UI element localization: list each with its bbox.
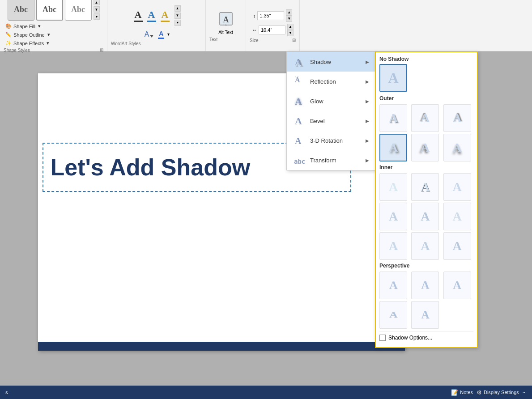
shape-styles-expand-icon[interactable]: ⊞ [100,47,103,52]
inner-shadow-9[interactable]: A [443,232,471,260]
shape-styles-header: Shape Styles ⊞ [4,47,103,53]
text-dropdown-arrow[interactable]: ▾ [167,32,170,37]
shape-outline-button[interactable]: ✏️ Shape Outline ▾ [4,31,103,38]
outer-shadow-1[interactable]: A [379,104,407,132]
wordart-scroll-down[interactable]: ▼ [174,13,181,19]
glow-label: Glow [310,98,323,105]
text-fill-dropdown[interactable]: A [143,29,155,40]
3d-rotation-icon: A [293,134,306,147]
transform-label: Transform [310,157,336,164]
transform-icon: abc [293,154,306,166]
width-down[interactable]: ▼ [287,30,294,36]
no-shadow-label: No Shadow [379,56,473,62]
outer-shadow-5[interactable]: A [411,134,439,161]
wordart-expand[interactable]: ▾ [174,20,181,26]
shadow-options-checkbox [379,335,386,341]
svg-text:A: A [295,115,302,127]
outer-shadow-6[interactable]: A [443,134,471,161]
wordart-scroll-up[interactable]: ▲ [174,5,181,12]
shadow-icon: A A [293,55,306,68]
outer-label: Outer [379,95,473,102]
perspective-shadow-grid: A A A A A [379,272,473,329]
display-settings-icon: ⚙ [477,389,482,396]
perspective-shadow-5[interactable]: A [411,301,439,329]
shape-styles-expand[interactable]: ▾ [94,13,100,20]
text-color-dropdown[interactable]: A [157,29,166,40]
perspective-shadow-1[interactable]: A [379,272,407,299]
svg-text:A: A [295,75,299,81]
shape-style-2[interactable]: Abc [36,0,63,21]
shape-styles-grid: Abc Abc Abc ▲ ▼ ▾ [8,0,100,21]
height-up[interactable]: ▲ [286,9,292,16]
wordart-text-fill-button[interactable]: A [132,8,144,23]
shadow-options-row[interactable]: Shadow Options... [379,331,473,344]
dropdown-item-transform[interactable]: abc Transform ▶ [287,150,375,170]
glow-icon: A [293,95,306,107]
height-input[interactable] [257,11,284,20]
svg-text:A: A [295,136,302,146]
width-icon: ↔ [252,27,257,33]
inner-shadow-8[interactable]: A [411,232,439,260]
display-settings-button[interactable]: ⚙ Display Settings [477,389,519,396]
wordart-styles-section: A A A ▲ [107,0,206,51]
height-row: ↕ ▲ ▼ [253,9,293,22]
perspective-label: Perspective [379,263,473,269]
height-icon: ↕ [253,13,256,18]
notes-label: Notes [460,390,473,395]
width-input[interactable] [259,25,285,34]
wordart-text-effects-button[interactable]: A [159,8,171,23]
bevel-arrow: ▶ [366,119,369,123]
shape-fill-button[interactable]: 🎨 Shape Fill ▾ [4,22,103,30]
inner-shadow-6[interactable]: A [443,203,471,230]
display-settings-label: Display Settings [484,390,519,395]
width-up[interactable]: ▲ [287,24,294,30]
dropdown-item-3d-rotation[interactable]: A 3-D Rotation ▶ [287,131,375,150]
inner-shadow-2[interactable]: A [411,173,439,201]
no-shadow-row: A [379,64,473,92]
svg-text:A: A [296,58,303,68]
wordart-text-outline-button[interactable]: A [146,8,157,23]
inner-shadow-7[interactable]: A [379,232,407,260]
bevel-label: Bevel [310,118,325,124]
3d-rotation-label: 3-D Rotation [310,137,343,144]
shadow-no-shadow-option[interactable]: A [379,64,407,92]
outer-shadow-2[interactable]: A [411,104,439,132]
dropdown-item-glow[interactable]: A Glow ▶ [287,91,375,111]
shape-style-3[interactable]: Abc [65,0,92,21]
status-left-text: s [5,390,8,395]
inner-shadow-4[interactable]: A [379,203,407,230]
shape-styles-scroll-up[interactable]: ▲ [94,0,100,5]
perspective-shadow-4[interactable]: A [379,301,407,329]
inner-shadow-3[interactable]: A [443,173,471,201]
dropdown-item-reflection[interactable]: A A Reflection ▶ [287,72,375,91]
perspective-shadow-2[interactable]: A [411,272,439,299]
3d-rotation-arrow: ▶ [366,138,369,143]
status-bar: s 📝 Notes ⚙ Display Settings ··· [0,386,532,399]
perspective-shadow-3[interactable]: A [443,272,471,299]
size-expand-icon[interactable]: ⊞ [292,38,296,42]
text-section: A lt Alt Text Text [206,0,246,51]
height-down[interactable]: ▼ [286,16,292,22]
shape-styles-scroll-down[interactable]: ▼ [94,6,100,13]
inner-shadow-1[interactable]: A [379,173,407,201]
wordart-grid: A A A ▲ [132,5,181,26]
svg-text:A: A [295,96,302,107]
svg-text:lt: lt [225,24,226,26]
notes-button[interactable]: 📝 Notes [451,389,473,396]
shadow-options-label: Shadow Options... [388,335,432,341]
reflection-label: Reflection [310,78,336,85]
outer-shadow-grid: A A A A A A [379,104,473,161]
text-section-header: Text [209,36,242,42]
outer-shadow-3[interactable]: A [443,104,471,132]
alt-text-button[interactable]: A lt Alt Text [217,9,235,36]
dropdown-item-shadow[interactable]: A A Shadow ▶ [287,52,375,72]
dropdown-item-bevel[interactable]: A Bevel ▶ [287,111,375,131]
slide-bottom-bar [38,342,405,351]
inner-label: Inner [379,164,473,170]
svg-text:A: A [223,15,229,24]
bevel-icon: A [293,115,306,127]
shape-style-1[interactable]: Abc [8,0,34,21]
inner-shadow-5[interactable]: A [411,203,439,230]
outer-shadow-4[interactable]: A [379,134,407,161]
shape-effects-button[interactable]: ✨ Shape Effects ▾ [4,39,103,47]
